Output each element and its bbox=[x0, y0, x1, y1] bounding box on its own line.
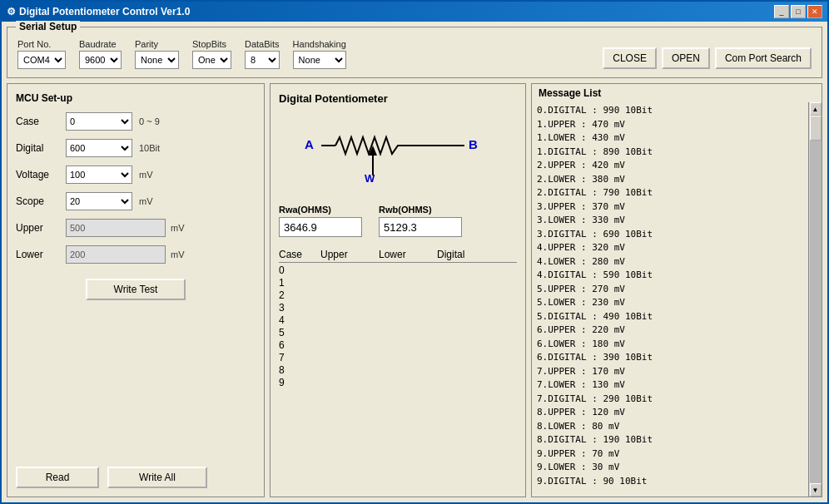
read-button[interactable]: Read bbox=[16, 467, 99, 488]
ohms-row: Rwa(OHMS) 3646.9 Rwb(OHMS) 5129.3 bbox=[279, 205, 517, 237]
message-list-panel: Message List 0.DIGITAL : 990 10Bit1.UPPE… bbox=[531, 83, 822, 497]
td-case: 7 bbox=[279, 352, 320, 363]
td-upper bbox=[320, 377, 379, 388]
table-row: 7 bbox=[279, 352, 517, 363]
mcu-scope-unit: mV bbox=[139, 196, 153, 206]
mcu-title: MCU Set-up bbox=[16, 92, 256, 104]
stopbits-field: StopBits One bbox=[192, 39, 231, 69]
table-row: 8 bbox=[279, 364, 517, 376]
potentiometer-svg: A B W bbox=[298, 126, 498, 184]
parity-field: Parity None bbox=[135, 39, 179, 69]
mcu-voltage-select[interactable]: 100 bbox=[66, 166, 132, 184]
msg-list-item: 8.DIGITAL : 190 10Bit bbox=[537, 433, 803, 447]
app-icon: ⚙ bbox=[7, 6, 16, 17]
table-header: Case Upper Lower Digital bbox=[279, 249, 517, 263]
td-case: 2 bbox=[279, 289, 320, 301]
mcu-case-select[interactable]: 0 bbox=[66, 112, 132, 131]
td-case: 0 bbox=[279, 264, 320, 276]
table-row: 0 bbox=[279, 264, 517, 276]
window-body: Serial Setup Port No. COM4 Baudrate 9600… bbox=[2, 22, 827, 502]
parity-label: Parity bbox=[135, 39, 179, 49]
mcu-voltage-label: Voltage bbox=[16, 169, 66, 180]
stopbits-select[interactable]: One bbox=[192, 51, 231, 69]
databits-select[interactable]: 8 bbox=[245, 51, 280, 69]
scrollbar-up-btn[interactable]: ▲ bbox=[810, 102, 822, 116]
serial-row: Port No. COM4 Baudrate 9600 Parity None bbox=[17, 39, 812, 69]
main-content: MCU Set-up Case 0 0 ~ 9 Digital bbox=[7, 83, 822, 497]
mcu-digital-unit: 10Bit bbox=[139, 143, 160, 153]
td-upper bbox=[320, 339, 379, 351]
mcu-case-range: 0 ~ 9 bbox=[139, 116, 160, 126]
mcu-upper-input[interactable] bbox=[66, 219, 166, 237]
msg-list-item: 2.LOWER : 380 mV bbox=[537, 173, 803, 187]
td-digital bbox=[437, 364, 504, 376]
mcu-digital-select[interactable]: 600 bbox=[66, 139, 132, 157]
potentiometer-diagram: A B W bbox=[279, 121, 517, 188]
msg-list-item: 7.UPPER : 170 mV bbox=[537, 365, 803, 379]
rwb-box: Rwb(OHMS) 5129.3 bbox=[379, 205, 462, 237]
td-lower bbox=[379, 352, 437, 363]
msg-list-item: 8.LOWER : 80 mV bbox=[537, 420, 803, 434]
td-upper bbox=[320, 314, 379, 326]
maximize-button[interactable]: □ bbox=[791, 5, 806, 18]
write-all-button[interactable]: Write All bbox=[107, 467, 207, 488]
port-no-select[interactable]: COM4 bbox=[17, 51, 66, 69]
td-digital bbox=[437, 327, 504, 338]
msg-list-item: 7.LOWER : 130 mV bbox=[537, 378, 803, 393]
port-no-field: Port No. COM4 bbox=[17, 39, 66, 69]
msg-list-item: 4.LOWER : 280 mV bbox=[537, 255, 803, 269]
mcu-digital-label: Digital bbox=[16, 142, 66, 154]
msg-list-item: 5.UPPER : 270 mV bbox=[537, 283, 803, 297]
msg-list-title: Message List bbox=[532, 84, 822, 102]
baudrate-select[interactable]: 9600 bbox=[79, 51, 122, 69]
mcu-voltage-select-wrap: 100 mV bbox=[66, 166, 153, 184]
minimize-button[interactable]: _ bbox=[774, 5, 789, 18]
msg-list-item: 3.LOWER : 330 mV bbox=[537, 214, 803, 228]
msg-list-item: 1.DIGITAL : 890 10Bit bbox=[537, 146, 803, 160]
bottom-buttons: Read Write All bbox=[16, 467, 256, 488]
msg-list-item: 9.LOWER : 30 mV bbox=[537, 461, 803, 475]
write-test-button[interactable]: Write Test bbox=[86, 279, 186, 300]
scrollbar-thumb[interactable] bbox=[810, 116, 822, 141]
baudrate-field: Baudrate 9600 bbox=[79, 39, 122, 69]
th-case: Case bbox=[279, 249, 320, 260]
mcu-lower-label: Lower bbox=[16, 249, 66, 260]
msg-list-item: 3.UPPER : 370 mV bbox=[537, 200, 803, 215]
td-lower bbox=[379, 364, 437, 376]
handshaking-field: Handshaking None bbox=[293, 39, 346, 69]
td-lower bbox=[379, 264, 437, 276]
msg-list-item: 0.DIGITAL : 990 10Bit bbox=[537, 104, 803, 118]
handshaking-select[interactable]: None bbox=[293, 51, 346, 69]
mcu-lower-input[interactable] bbox=[66, 245, 166, 264]
mcu-digital-select-wrap: 600 10Bit bbox=[66, 139, 160, 157]
svg-text:B: B bbox=[469, 137, 478, 151]
msg-list-item: 7.DIGITAL : 290 10Bit bbox=[537, 393, 803, 407]
title-bar: ⚙ Digital Potentiometer Control Ver1.0 _… bbox=[2, 2, 827, 22]
scrollbar-down-btn[interactable]: ▼ bbox=[810, 483, 822, 497]
msg-list-item: 9.UPPER : 70 mV bbox=[537, 447, 803, 462]
td-lower bbox=[379, 277, 437, 289]
com-port-search-button[interactable]: Com Port Search bbox=[715, 47, 812, 69]
dp-title: Digital Potentiometer bbox=[279, 92, 517, 105]
msg-list-container: 0.DIGITAL : 990 10Bit1.UPPER : 470 mV1.L… bbox=[532, 102, 822, 497]
td-case: 8 bbox=[279, 364, 320, 376]
msg-list-item: 1.LOWER : 430 mV bbox=[537, 131, 803, 146]
close-button[interactable]: CLOSE bbox=[603, 47, 657, 69]
td-upper bbox=[320, 289, 379, 301]
mcu-scope-label: Scope bbox=[16, 195, 66, 207]
mcu-upper-unit: mV bbox=[171, 223, 185, 233]
mcu-voltage-row: Voltage 100 mV bbox=[16, 166, 256, 184]
mcu-digital-row: Digital 600 10Bit bbox=[16, 139, 256, 157]
mcu-upper-row: Upper mV bbox=[16, 219, 256, 237]
td-case: 4 bbox=[279, 314, 320, 326]
serial-buttons: CLOSE OPEN Com Port Search bbox=[603, 47, 812, 69]
msg-list-item: 9.DIGITAL : 90 10Bit bbox=[537, 475, 803, 489]
th-upper: Upper bbox=[320, 249, 379, 260]
databits-label: DataBits bbox=[245, 39, 280, 49]
td-upper bbox=[320, 277, 379, 289]
window-close-button[interactable]: ✕ bbox=[807, 5, 822, 18]
mcu-scope-select[interactable]: 20 bbox=[66, 192, 132, 210]
parity-select[interactable]: None bbox=[135, 51, 179, 69]
table-row: 1 bbox=[279, 277, 517, 289]
open-button[interactable]: OPEN bbox=[662, 47, 710, 69]
